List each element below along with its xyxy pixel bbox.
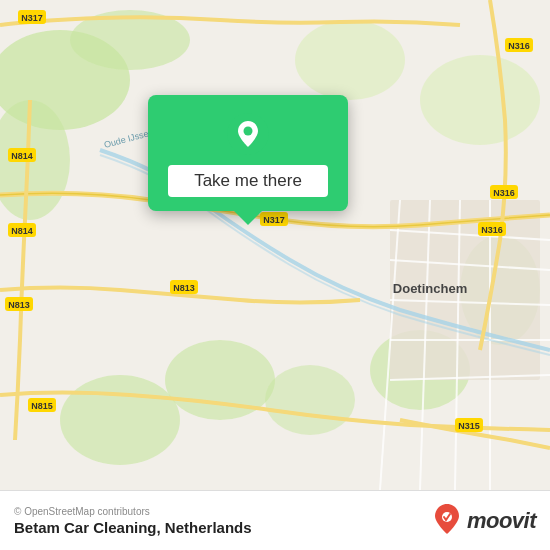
svg-point-5 — [420, 55, 540, 145]
place-info: © OpenStreetMap contributors Betam Car C… — [14, 506, 252, 536]
svg-text:N317: N317 — [21, 13, 43, 23]
map-attribution: © OpenStreetMap contributors — [14, 506, 252, 517]
bottom-bar: © OpenStreetMap contributors Betam Car C… — [0, 490, 550, 550]
location-pin-icon — [227, 113, 269, 155]
moovit-logo: moovit — [433, 504, 536, 538]
svg-point-10 — [265, 365, 355, 435]
svg-text:N813: N813 — [8, 300, 30, 310]
svg-text:N815: N815 — [31, 401, 53, 411]
svg-point-8 — [60, 375, 180, 465]
svg-text:N316: N316 — [481, 225, 503, 235]
svg-text:N814: N814 — [11, 226, 33, 236]
svg-text:Doetinchem: Doetinchem — [393, 281, 467, 296]
moovit-pin-icon — [433, 504, 461, 538]
take-me-there-button[interactable]: Take me there — [168, 165, 328, 197]
popup-card[interactable]: Take me there — [148, 95, 348, 211]
svg-point-46 — [244, 127, 253, 136]
svg-point-4 — [295, 20, 405, 100]
svg-text:N315: N315 — [458, 421, 480, 431]
svg-text:N316: N316 — [508, 41, 530, 51]
map-container: Oude IJssel N317 N317 N316 N316 — [0, 0, 550, 490]
place-name: Betam Car Cleaning, Netherlands — [14, 519, 252, 536]
moovit-text: moovit — [467, 508, 536, 534]
svg-text:N317: N317 — [263, 215, 285, 225]
svg-text:N814: N814 — [11, 151, 33, 161]
svg-text:N813: N813 — [173, 283, 195, 293]
svg-text:N316: N316 — [493, 188, 515, 198]
